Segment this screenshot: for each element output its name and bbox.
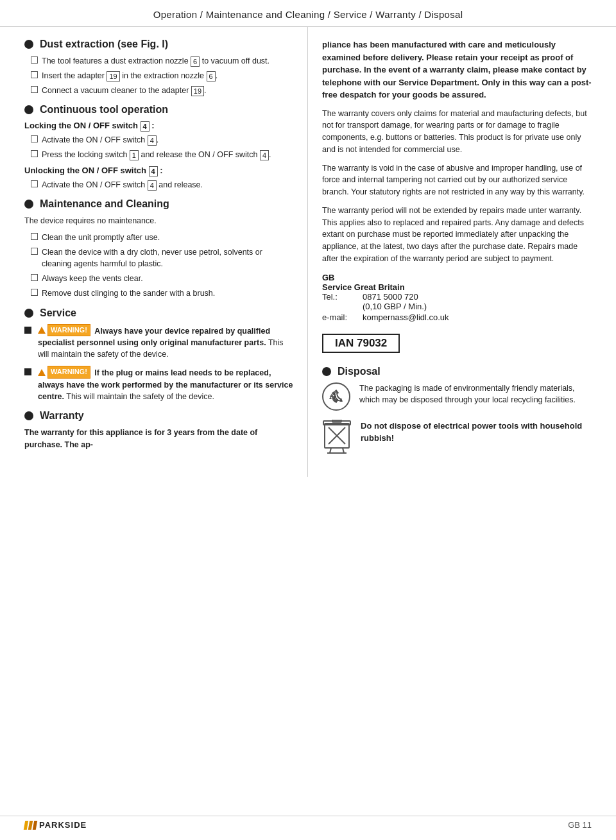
continuous-section-title: Continuous tool operation (24, 104, 293, 116)
num-4e: 4 (148, 180, 157, 191)
service-tel-label: Tel.: (322, 292, 357, 311)
checkbox-icon (31, 289, 38, 296)
maintenance-item-1: Clean the unit promptly after use. (31, 232, 293, 243)
disposal-item-2: Do not dispose of electrical power tools… (322, 420, 592, 456)
disposal-item-2-text: Do not dispose of electrical power tools… (361, 420, 592, 445)
maintenance-item-4: Remove dust clinging to the sander with … (31, 287, 293, 299)
parkside-logo: PARKSIDE (24, 820, 87, 830)
service-tel-value: 0871 5000 720 (0,10 GBP / Min.) (363, 292, 427, 311)
checkbox-icon (31, 180, 38, 187)
checkbox-icon (31, 274, 38, 281)
service-title-text: Service (40, 307, 76, 319)
num-4c: 4 (260, 150, 269, 160)
continuous-section: Continuous tool operation Locking the ON… (24, 104, 293, 191)
checkbox-icon (31, 71, 38, 78)
warranty-section: Warranty The warranty for this appliance… (24, 410, 293, 451)
svg-line-6 (343, 448, 344, 453)
warranty-para2: The warranty is void in the case of abus… (322, 162, 592, 198)
warranty-section-title: Warranty (24, 410, 293, 422)
num-19b: 19 (191, 86, 204, 96)
maintenance-item-2: Clean the device with a dry cloth, never… (31, 246, 293, 270)
locking-item-2: Press the locking switch 1 and release t… (31, 149, 293, 160)
disposal-section-title: Disposal (322, 366, 592, 377)
recycling-svg (327, 388, 345, 406)
service-country: GB (322, 273, 335, 282)
dust-item-1-text: The tool features a dust extraction nozz… (42, 55, 270, 67)
service-contact-table: GB Service Great Britain Tel.: 0871 5000… (322, 273, 592, 322)
weee-icon (322, 420, 352, 454)
maintenance-title-text: Maintenance and Cleaning (40, 198, 169, 210)
dust-item-2-text: Insert the adapter 19 in the extraction … (42, 70, 218, 81)
weee-icon-container (322, 420, 352, 456)
warning-badge-1: WARNING! (47, 324, 90, 337)
bullet-icon (24, 411, 33, 420)
unlocking-item-1-text: Activate the ON / OFF switch 4 and relea… (42, 179, 203, 191)
page-header: Operation / Maintenance and Cleaning / S… (0, 0, 616, 27)
dust-extraction-section: Dust extraction (see Fig. I) The tool fe… (24, 39, 293, 96)
page: Operation / Maintenance and Cleaning / S… (0, 0, 616, 840)
tel-extra: (0,10 GBP / Min.) (363, 302, 427, 311)
checkbox-icon (31, 150, 38, 157)
disposal-item-1-text: The packaging is made of environmentally… (359, 382, 592, 407)
locking-subtitle: Locking the ON / OFF switch 4 : (24, 121, 293, 132)
parkside-text: PARKSIDE (39, 820, 87, 830)
maintenance-item-2-text: Clean the device with a dry cloth, never… (42, 246, 293, 270)
bullet-icon (24, 105, 33, 114)
dust-section-title: Dust extraction (see Fig. I) (24, 39, 293, 50)
warning-triangle-1 (38, 327, 46, 334)
dust-title-text: Dust extraction (see Fig. I) (40, 39, 168, 50)
page-footer: PARKSIDE GB 11 (0, 816, 616, 834)
content-area: Dust extraction (see Fig. I) The tool fe… (0, 27, 616, 477)
bullet-icon (322, 367, 331, 376)
square-bullet-icon (24, 327, 31, 334)
warranty-para1: The warranty covers only claims for mate… (322, 108, 592, 156)
dust-item-3: Connect a vacuum cleaner to the adapter … (31, 85, 293, 96)
square-bullet-1 (24, 326, 34, 336)
bullet-icon (24, 200, 33, 209)
recycling-icon (322, 382, 350, 411)
disposal-item-1: The packaging is made of environmentally… (322, 382, 592, 411)
parkside-stripes (24, 821, 37, 830)
num-19a: 19 (107, 71, 119, 81)
checkbox-icon (31, 135, 38, 142)
warranty-title-text: Warranty (40, 410, 84, 422)
checkbox-icon (31, 233, 38, 240)
num-4b: 4 (148, 135, 157, 146)
square-bullet-2 (24, 368, 34, 377)
warranty-text: The warranty for this appliance is for 3… (24, 427, 293, 451)
service-warning-2: WARNING! If the plug or mains lead needs… (24, 366, 293, 402)
disposal-item-2-label: Do not dispose of electrical power tools… (361, 421, 582, 443)
unlocking-subtitle: Unlocking the ON / OFF switch 4 : (24, 166, 293, 176)
service-tel-row: Tel.: 0871 5000 720 (0,10 GBP / Min.) (322, 292, 592, 311)
disposal-section: Disposal (322, 366, 592, 456)
service-section: Service WARNING! Always have your device… (24, 307, 293, 403)
checkbox-icon (31, 56, 38, 64)
maintenance-item-3: Always keep the vents clear. (31, 273, 293, 284)
warning-badge-2: WARNING! (47, 366, 90, 379)
warranty-bold-cont: pliance has been manufactured with care … (322, 40, 592, 99)
left-column: Dust extraction (see Fig. I) The tool fe… (0, 27, 308, 477)
svg-line-5 (330, 448, 331, 453)
service-warning-1-text: WARNING! Always have your device repaire… (38, 324, 293, 361)
dust-item-2: Insert the adapter 19 in the extraction … (31, 70, 293, 81)
locking-item-1: Activate the ON / OFF switch 4. (31, 134, 293, 146)
locking-item-1-text: Activate the ON / OFF switch 4. (42, 134, 158, 146)
bullet-icon (24, 309, 33, 318)
service-warning-2-text: WARNING! If the plug or mains lead needs… (38, 366, 293, 402)
num-4d: 4 (149, 166, 158, 176)
service-contact: GB Service Great Britain Tel.: 0871 5000… (322, 273, 592, 358)
stripe-3 (33, 821, 37, 830)
service-email-value: kompernass@lidl.co.uk (363, 313, 449, 322)
unlocking-item-1: Activate the ON / OFF switch 4 and relea… (31, 179, 293, 191)
warning-triangle-2 (38, 369, 46, 376)
warranty-para3: The warranty period will not be extended… (322, 205, 592, 265)
maintenance-intro: The device requires no maintenance. (24, 215, 293, 227)
service-name: Service Great Britain (322, 282, 405, 292)
dust-item-3-text: Connect a vacuum cleaner to the adapter … (42, 85, 207, 96)
num-4a: 4 (141, 121, 150, 132)
service-warning-1: WARNING! Always have your device repaire… (24, 324, 293, 361)
maintenance-item-3-text: Always keep the vents clear. (42, 273, 143, 284)
checkbox-icon (31, 86, 38, 93)
dust-item-1: The tool features a dust extraction nozz… (31, 55, 293, 67)
page-number: GB 11 (568, 820, 592, 830)
